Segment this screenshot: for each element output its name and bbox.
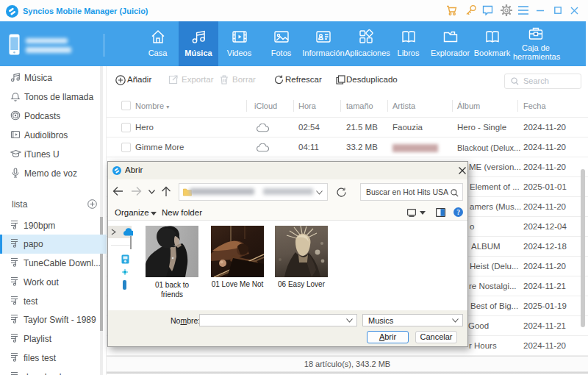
svg-text:?: ?	[456, 209, 460, 216]
